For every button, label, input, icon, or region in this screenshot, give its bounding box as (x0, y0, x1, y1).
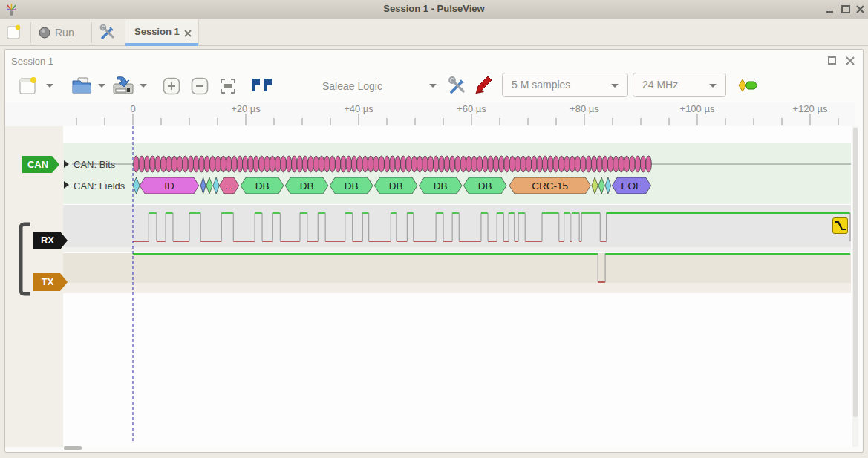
zoom-in-button[interactable] (163, 77, 180, 98)
tab-close-icon[interactable] (183, 27, 192, 36)
zoom-out-button[interactable] (191, 77, 209, 98)
toolbar-separator (30, 22, 31, 43)
close-button[interactable] (855, 4, 867, 15)
tx-row-band-lower (63, 283, 851, 293)
new-session-button[interactable] (6, 24, 22, 44)
rx-row-band-lower (63, 247, 851, 252)
new-file-button[interactable] (18, 75, 37, 99)
save-button[interactable] (111, 74, 135, 99)
add-decoder-button[interactable] (738, 79, 759, 95)
decoder-row-band (63, 143, 851, 204)
sample-count-caret (611, 84, 619, 88)
open-button[interactable] (71, 75, 94, 99)
panel-title: Session 1 (11, 56, 53, 67)
horizontal-scrollbar[interactable] (64, 446, 82, 450)
probe-config-button[interactable] (474, 74, 495, 99)
device-select[interactable]: Saleae Logic (322, 80, 382, 92)
channel-group-bracket (16, 221, 34, 297)
sample-rate-value: 24 MHz (642, 79, 678, 91)
run-button-label: Run (55, 27, 74, 39)
expander-can-fields[interactable] (64, 181, 69, 189)
settings-button[interactable] (99, 24, 117, 45)
open-menu-caret[interactable] (98, 84, 105, 88)
panel-close-button[interactable] (845, 56, 855, 66)
window-title: Session 1 - PulseView (0, 3, 868, 14)
new-file-menu-caret[interactable] (46, 84, 53, 88)
main-toolbar: Run Session 1 (0, 19, 868, 46)
title-bar[interactable]: Session 1 - PulseView (0, 0, 868, 19)
trigger-marker-falling-edge[interactable] (832, 217, 848, 234)
sample-rate-caret (709, 84, 717, 88)
sample-count-value: 5 M samples (512, 79, 570, 91)
save-menu-caret[interactable] (140, 84, 147, 88)
panel-float-button[interactable] (827, 56, 838, 66)
session-tab-label: Session 1 (134, 26, 180, 37)
trigger-settings-button[interactable] (251, 77, 275, 98)
time-ruler[interactable] (5, 102, 855, 126)
sample-count-select[interactable]: 5 M samples (502, 73, 628, 97)
session-tab[interactable]: Session 1 (125, 19, 199, 46)
vertical-scrollbar[interactable] (853, 128, 858, 417)
expander-can-bits[interactable] (64, 160, 69, 168)
zoom-fit-button[interactable] (219, 77, 237, 98)
minimize-button[interactable] (824, 4, 836, 15)
sample-rate-select[interactable]: 24 MHz (633, 73, 726, 97)
rx-row-band (63, 205, 851, 247)
pulseview-window: Session 1 - PulseView Run Session 1 (0, 0, 868, 458)
tx-row-band (63, 253, 851, 283)
decoder-row-label-fields: CAN: Fields (74, 180, 125, 192)
device-config-button[interactable] (447, 76, 468, 99)
decoder-tag-can[interactable]: CAN (22, 156, 59, 173)
device-select-caret[interactable] (429, 84, 437, 88)
maximize-button[interactable] (840, 4, 852, 15)
decoder-row-label-bits: CAN: Bits (74, 159, 115, 170)
toolbar-separator (91, 22, 92, 43)
run-icon (39, 27, 51, 42)
